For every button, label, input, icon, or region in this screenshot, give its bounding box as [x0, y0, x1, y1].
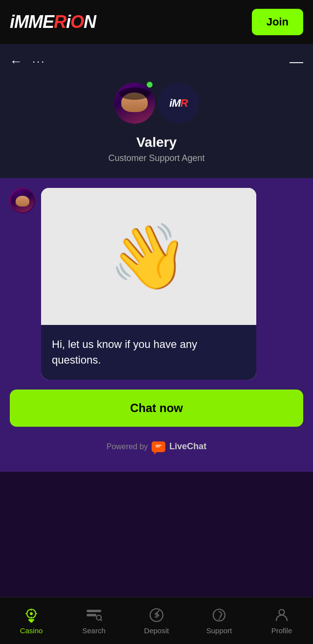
top-header: iMMERiON Join	[0, 0, 313, 44]
more-options-button[interactable]: ···	[32, 55, 45, 68]
nav-item-casino[interactable]: Casino	[0, 602, 63, 640]
livechat-icon	[152, 441, 165, 452]
chat-image: 👋	[41, 188, 256, 325]
svg-point-13	[279, 610, 285, 615]
deposit-label: Deposit	[144, 626, 169, 635]
chat-bubble: 👋 Hi, let us know if you have any questi…	[41, 188, 256, 380]
svg-point-12	[219, 619, 220, 620]
minimize-button[interactable]: —	[290, 55, 303, 69]
svg-rect-6	[87, 614, 96, 617]
agent-avatars: iMR	[112, 79, 201, 128]
nav-item-search[interactable]: Search	[63, 602, 125, 640]
powered-by-label: Powered by	[107, 442, 148, 451]
brand-avatar: iMR	[156, 81, 201, 125]
support-label: Support	[206, 626, 232, 635]
svg-point-2	[30, 612, 33, 615]
svg-rect-5	[87, 610, 101, 612]
casino-label: Casino	[20, 626, 43, 635]
powered-by-text: Powered by LiveChat	[107, 441, 207, 452]
nav-item-support[interactable]: Support	[188, 602, 250, 640]
nav-left: ← ···	[10, 54, 45, 69]
wave-emoji: 👋	[109, 225, 188, 288]
chat-now-button[interactable]: Chat now	[10, 390, 303, 427]
svg-rect-3	[28, 619, 34, 621]
casino-icon	[23, 607, 40, 623]
svg-line-8	[101, 620, 102, 621]
agent-name: Valery	[136, 135, 177, 150]
chat-area: 👋 Hi, let us know if you have any questi…	[0, 178, 313, 472]
agent-chat-avatar	[10, 188, 35, 213]
join-button[interactable]: Join	[252, 9, 303, 35]
profile-icon	[273, 607, 290, 623]
powered-by: Powered by LiveChat	[10, 437, 303, 462]
back-button[interactable]: ←	[10, 54, 22, 69]
nav-item-profile[interactable]: Profile	[250, 602, 313, 640]
search-label: Search	[82, 626, 106, 635]
svg-rect-4	[30, 621, 33, 622]
logo: iMMERiON	[10, 12, 96, 32]
livechat-label: LiveChat	[169, 441, 206, 452]
agent-nav: ← ··· —	[10, 54, 303, 69]
agent-role: Customer Support Agent	[108, 153, 204, 163]
chat-text-area: Hi, let us know if you have any question…	[41, 325, 256, 380]
online-indicator	[146, 81, 154, 89]
deposit-icon: $	[148, 607, 165, 623]
nav-item-deposit[interactable]: $ Deposit	[125, 602, 188, 640]
bottom-nav: Casino Search $ Deposit	[0, 597, 313, 644]
brand-logo-text: iMR	[169, 97, 187, 110]
support-icon	[211, 607, 227, 623]
agent-header: ← ··· — iMR Valery Customer Support Agen…	[0, 44, 313, 178]
profile-label: Profile	[271, 626, 292, 635]
chat-message-text: Hi, let us know if you have any question…	[52, 337, 246, 368]
search-icon	[86, 607, 102, 623]
chat-message-wrapper: 👋 Hi, let us know if you have any questi…	[10, 188, 303, 380]
